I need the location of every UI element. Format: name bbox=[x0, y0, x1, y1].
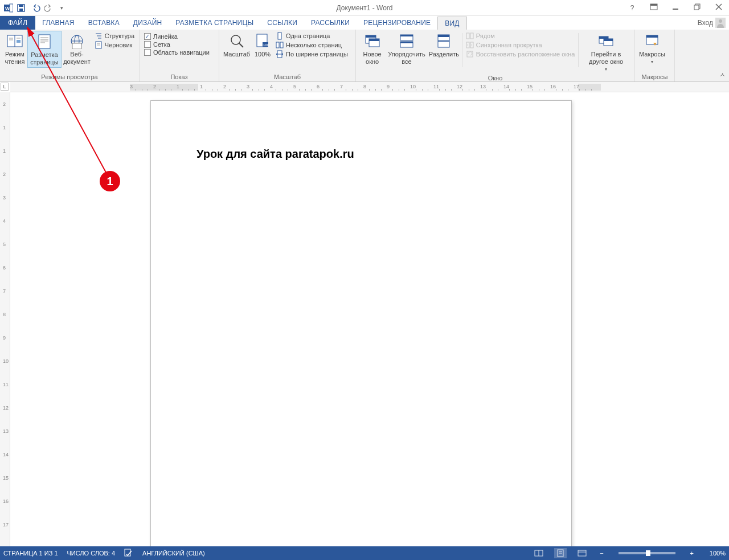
split-button[interactable]: Разделить bbox=[427, 31, 461, 59]
svg-point-35 bbox=[231, 35, 240, 44]
svg-rect-2 bbox=[10, 4, 13, 12]
nav-pane-checkbox[interactable]: Область навигации bbox=[144, 49, 210, 56]
ribbon: Режим чтения Разметка страницы Веб-докум… bbox=[0, 30, 729, 82]
svg-rect-66 bbox=[646, 35, 658, 38]
svg-rect-57 bbox=[470, 33, 473, 39]
zoom-group-label: Масштаб bbox=[222, 73, 353, 81]
split-icon bbox=[435, 32, 453, 50]
tab-file[interactable]: ФАЙЛ bbox=[0, 16, 35, 30]
window-group-label: Окно bbox=[358, 74, 632, 83]
svg-line-36 bbox=[239, 43, 243, 47]
tab-home[interactable]: ГЛАВНАЯ bbox=[35, 16, 81, 30]
tab-references[interactable]: ССЫЛКИ bbox=[260, 16, 304, 30]
switch-windows-icon bbox=[597, 32, 615, 50]
print-layout-view-icon[interactable] bbox=[554, 548, 567, 558]
sync-scroll-icon bbox=[466, 41, 474, 49]
status-proofing-icon[interactable] bbox=[124, 549, 133, 558]
tab-design[interactable]: ДИЗАЙН bbox=[126, 16, 169, 30]
collapse-ribbon-icon[interactable]: ㅅ bbox=[719, 71, 726, 79]
print-layout-button[interactable]: Разметка страницы bbox=[27, 31, 62, 68]
multi-page-icon bbox=[276, 41, 284, 49]
document-title: Документ1 - Word bbox=[336, 4, 392, 12]
undo-icon[interactable] bbox=[31, 3, 42, 13]
user-avatar-icon[interactable] bbox=[715, 18, 726, 28]
svg-rect-62 bbox=[599, 36, 608, 39]
tab-insert[interactable]: ВСТАВКА bbox=[81, 16, 126, 30]
status-page[interactable]: СТРАНИЦА 1 ИЗ 1 bbox=[3, 550, 58, 557]
multi-page-button[interactable]: Несколько страниц bbox=[276, 41, 348, 49]
zoom-slider[interactable] bbox=[619, 552, 675, 554]
new-window-icon bbox=[363, 32, 382, 50]
ruler-corner-icon[interactable]: L bbox=[1, 83, 9, 91]
reading-mode-button[interactable]: Режим чтения bbox=[2, 31, 27, 67]
status-language[interactable]: АНГЛИЙСКИЙ (США) bbox=[142, 550, 205, 557]
dropdown-icon: ▾ bbox=[651, 58, 653, 66]
tab-layout[interactable]: РАЗМЕТКА СТРАНИЦЫ bbox=[169, 16, 260, 30]
qat-customize-icon[interactable]: ▾ bbox=[56, 3, 67, 13]
macros-icon bbox=[643, 32, 661, 50]
read-mode-view-icon[interactable] bbox=[533, 548, 545, 558]
new-window-button[interactable]: Новое окно bbox=[358, 31, 386, 67]
status-words[interactable]: ЧИСЛО СЛОВ: 4 bbox=[67, 550, 116, 557]
side-by-side-icon bbox=[466, 32, 474, 40]
macros-group-label: Макросы bbox=[637, 73, 672, 81]
tab-review[interactable]: РЕЦЕНЗИРОВАНИЕ bbox=[357, 16, 437, 30]
arrange-all-button[interactable]: Упорядочить все bbox=[386, 31, 427, 67]
tab-mailings[interactable]: РАССЫЛКИ bbox=[304, 16, 357, 30]
svg-rect-74 bbox=[578, 550, 586, 556]
svg-rect-40 bbox=[278, 32, 281, 39]
titlebar: W ▾ Документ1 - Word ? bbox=[0, 0, 729, 16]
zoom-in-button[interactable]: + bbox=[688, 550, 696, 557]
page-width-icon bbox=[276, 50, 284, 58]
horizontal-ruler[interactable]: 3211234567891011121314151617 bbox=[10, 82, 729, 92]
help-icon[interactable]: ? bbox=[625, 4, 639, 12]
reading-mode-label: Режим чтения bbox=[4, 51, 26, 66]
redo-icon[interactable] bbox=[44, 3, 54, 13]
ruler-checkbox[interactable]: ✓ Линейка bbox=[144, 33, 210, 40]
one-page-button[interactable]: Одна страница bbox=[276, 32, 348, 40]
minimize-icon[interactable] bbox=[669, 3, 682, 12]
vertical-ruler[interactable]: 21123456789101112131415161718 bbox=[0, 92, 10, 546]
svg-rect-20 bbox=[39, 35, 50, 48]
hundred-percent-button[interactable]: 100 100% bbox=[252, 31, 273, 59]
outline-button[interactable]: Структура bbox=[95, 32, 134, 40]
checkbox-checked-icon: ✓ bbox=[144, 33, 151, 40]
zoom-level[interactable]: 100% bbox=[705, 550, 726, 557]
save-icon[interactable] bbox=[16, 3, 26, 13]
ribbon-display-icon[interactable] bbox=[647, 3, 661, 12]
zoom-out-button[interactable]: − bbox=[597, 550, 605, 557]
web-layout-view-icon[interactable] bbox=[576, 548, 588, 558]
svg-rect-52 bbox=[400, 42, 413, 43]
reset-position-icon bbox=[466, 50, 474, 58]
web-layout-button[interactable]: Веб-документ bbox=[62, 31, 92, 67]
sign-in-link[interactable]: Вход bbox=[698, 19, 713, 27]
svg-rect-54 bbox=[438, 35, 449, 37]
svg-point-13 bbox=[719, 19, 722, 23]
document-page[interactable]: Урок для сайта paratapok.ru bbox=[150, 100, 572, 560]
restore-icon[interactable] bbox=[690, 3, 704, 12]
quick-access-toolbar: W ▾ bbox=[0, 3, 67, 13]
svg-rect-56 bbox=[466, 33, 469, 39]
dropdown-icon: ▾ bbox=[605, 66, 607, 73]
arrange-all-icon bbox=[398, 32, 416, 50]
svg-rect-64 bbox=[604, 39, 613, 41]
svg-rect-4 bbox=[19, 5, 23, 7]
annotation-badge: 1 bbox=[100, 171, 120, 191]
print-layout-label: Разметка страницы bbox=[30, 51, 59, 66]
switch-windows-button[interactable]: Перейти в другое окно ▾ bbox=[580, 31, 632, 74]
word-app-icon: W bbox=[3, 3, 14, 13]
draft-button[interactable]: Черновик bbox=[95, 41, 134, 49]
tab-view[interactable]: ВИД bbox=[437, 17, 466, 30]
web-layout-icon bbox=[68, 32, 86, 50]
svg-rect-19 bbox=[17, 40, 21, 43]
gridlines-checkbox[interactable]: Сетка bbox=[144, 41, 210, 48]
outline-icon bbox=[95, 32, 103, 40]
svg-rect-10 bbox=[694, 5, 699, 10]
page-width-button[interactable]: По ширине страницы bbox=[276, 50, 348, 58]
document-text: Урок для сайта paratapok.ru bbox=[196, 148, 354, 161]
svg-text:100: 100 bbox=[263, 43, 269, 47]
zoom-icon bbox=[228, 32, 246, 50]
zoom-button[interactable]: Масштаб bbox=[222, 31, 252, 59]
macros-button[interactable]: Макросы ▾ bbox=[637, 31, 667, 67]
close-icon[interactable] bbox=[712, 3, 726, 12]
